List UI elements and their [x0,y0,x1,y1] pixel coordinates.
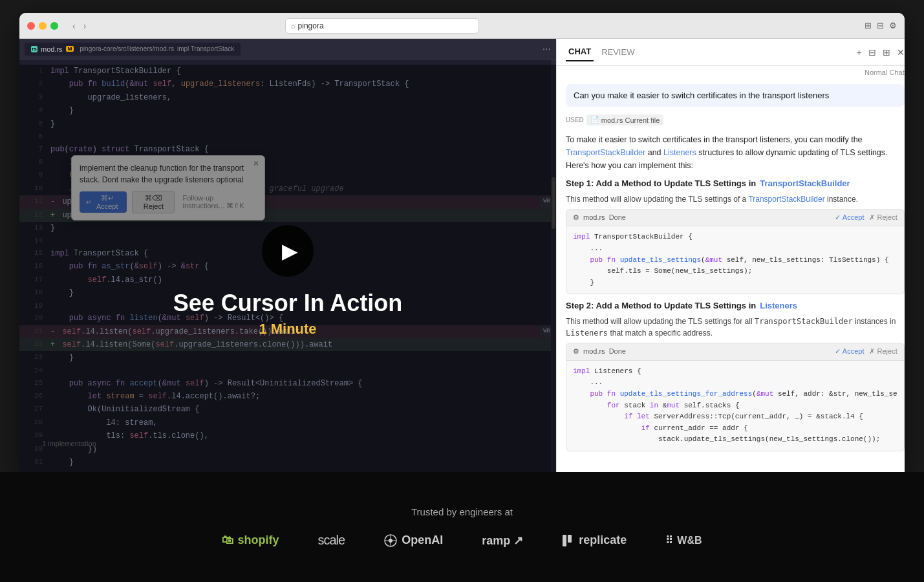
play-button[interactable]: ▶ [262,225,314,277]
code-file-icon: ⚙ [573,212,579,224]
tab-path: pingora-core/src/listeners/mod.rs [80,45,174,52]
editor-scrollbar[interactable] [551,59,556,472]
back-arrow[interactable]: ‹ [70,19,78,32]
play-icon: ▶ [282,239,298,263]
code-block-2-header: ⚙ mod.rs Done ✓ Accept ✗ Reject [566,343,904,361]
code-block-1: ⚙ mod.rs Done ✓ Accept ✗ Reject impl Tra… [566,209,905,295]
window-controls: ⊞ ⊟ ⚙ [865,21,897,30]
code-file-name: mod.rs [583,212,605,224]
forward-arrow[interactable]: › [81,19,89,32]
accept-button[interactable]: ↵ ⌘↵ Accept [80,191,127,213]
step2-desc: This method will allow updating the TLS … [566,316,905,339]
wb-icon: ⠿ [665,534,673,546]
code-line: 28 l4: stream, [19,416,556,429]
accept-icon: ↵ [86,199,91,206]
browser-outer: ‹ › ⌕ pingora ⊞ ⊟ ⚙ [0,0,924,472]
inline-tooltip: ✕ implement the cleanup function for the… [71,155,265,221]
step2-label: Step 2: Add a Method to Update TLS Setti… [566,299,756,313]
reject-label: ⌘⌫ Reject [144,194,164,210]
add-icon[interactable]: + [857,47,862,58]
openai-text: OpenAI [402,534,443,547]
nav-arrows: ‹ › [70,19,89,32]
split-view-icon[interactable]: ⊞ [865,21,872,30]
code-block-1-accept[interactable]: ✓ Accept [835,212,864,224]
code-line: 7 pub(crate) struct TransportStack { [19,143,556,156]
code-block-2: ⚙ mod.rs Done ✓ Accept ✗ Reject impl Lis… [566,343,905,451]
step1-header: Step 1: Add a Method to Update TLS Setti… [566,177,905,191]
logos-row: 🛍 shopify scale OpenAI ramp ↗ [222,533,702,548]
logo-wb: ⠿ W&B [665,534,702,546]
logo-openai: OpenAI [383,534,443,548]
tab-impl: impl TransportStack [177,45,234,52]
ramp-text: ramp ↗ [482,534,523,548]
history-icon[interactable]: ⊟ [868,47,876,58]
chat-panel: CHAT REVIEW + ⊟ ⊞ ✕ Normal Chat Can you … [556,39,905,472]
traffic-lights [27,22,58,30]
step2-code1: TransportStackBuilder [755,317,853,326]
search-icon: ⌕ [291,22,295,30]
minimize-traffic-light[interactable] [39,22,47,30]
code-line: 27 Ok(UninitializedStream { [19,403,556,416]
code-line: 1 impl TransportStackBuilder { [19,65,556,78]
editor-tab[interactable]: rs mod.rs M pingora-core/src/listeners/m… [25,43,241,56]
code2-file-name: mod.rs [583,346,605,358]
code-block-1-reject[interactable]: ✗ Reject [869,212,897,224]
step2-header: Step 2: Add a Method to Update TLS Setti… [566,299,905,313]
replicate-text: replicate [579,534,627,547]
sidebar-icon[interactable]: ⊟ [877,21,884,30]
ai-link-transportstackbuilder[interactable]: TransportStackBuilder [566,148,645,157]
impl-count: 1 implementation [42,440,96,447]
code-block-1-body: impl TransportStackBuilder { ... pub fn … [566,226,904,294]
code-line: 6 [19,131,556,143]
used-label: USED [566,116,584,124]
title-bar: ‹ › ⌕ pingora ⊞ ⊟ ⚙ [19,13,905,39]
address-text: pingora [298,21,324,30]
tooltip-close-icon[interactable]: ✕ [253,159,259,168]
step2-suffix: that match a specific address. [610,329,713,338]
file-icon-small: 📄 [590,116,599,124]
code-line: 3 upgrade_listeners, [19,91,556,104]
external-icon[interactable]: ⊞ [883,47,890,58]
maximize-traffic-light[interactable] [50,22,58,30]
close-traffic-light[interactable] [27,22,35,30]
settings-icon[interactable]: ⚙ [889,21,897,30]
step1-link[interactable]: TransportStackBuilder [760,177,850,191]
modified-badge: M [66,46,74,52]
step2-link[interactable]: Listeners [760,299,797,313]
ai-link-listeners[interactable]: Listeners [663,148,696,157]
reject-button[interactable]: ⌘⌫ Reject [132,191,175,213]
tab-review[interactable]: REVIEW [596,43,639,61]
code-line: 26 let stream = self.l4.accept().await?; [19,390,556,403]
tab-filename: mod.rs [41,45,63,53]
accept-label: ⌘↵ Accept [94,194,120,210]
code-editor: rs mod.rs M pingora-core/src/listeners/m… [19,39,556,472]
code-block-2-accept[interactable]: ✓ Accept [835,346,864,358]
code-line: 30 }) [19,443,556,456]
code-line: 29 tls: self.tls.clone(), [19,429,556,442]
chat-mode-label: Normal Chat [557,66,905,79]
code-line: 18 } [19,286,556,299]
used-info: USED 📄 mod.rs Current file [566,114,905,125]
address-bar[interactable]: ⌕ pingora [285,18,479,34]
step1-desc: This method will allow updating the TLS … [566,193,905,205]
followup-text: Follow-up instructions... ⌘⇧K [182,194,257,210]
svg-rect-4 [563,535,566,546]
code-block-2-reject[interactable]: ✗ Reject [869,346,897,358]
step1-label: Step 1: Add a Method to Update TLS Setti… [566,177,756,191]
ai-intro-text: To make it easier to switch certificates… [566,135,863,144]
svg-rect-5 [568,535,572,543]
close-icon[interactable]: ✕ [897,47,905,58]
tab-chat[interactable]: CHAT [566,43,594,61]
ai-and: and [648,148,663,157]
step1-desc-suffix: instance. [827,195,858,204]
scrollbar-thumb[interactable] [552,177,555,229]
trusted-label: Trusted by engineers at [411,506,513,517]
code-line: 23 } [19,351,556,364]
chat-header-actions: + ⊟ ⊞ ✕ [857,47,905,58]
logo-replicate: replicate [562,534,627,547]
step2-code2: Listeners [566,329,608,338]
logo-scale: scale [318,533,345,548]
code-line: 2 pub fn build(&mut self, upgrade_listen… [19,78,556,91]
user-message: Can you make it easier to switch certifi… [566,84,905,107]
more-options-icon[interactable]: ··· [543,43,551,55]
